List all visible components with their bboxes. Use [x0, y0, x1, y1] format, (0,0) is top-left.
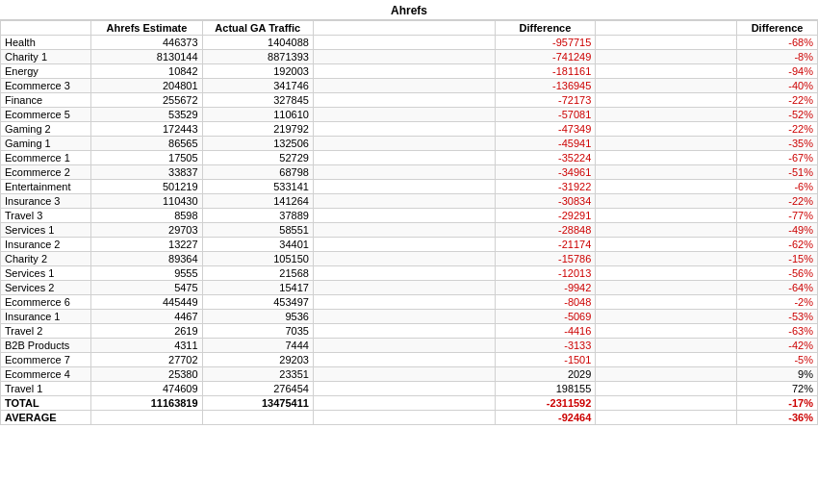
row-blank1: [313, 93, 495, 108]
row-actual: 7444: [202, 339, 313, 353]
empty-header: [1, 21, 91, 36]
row-name: Health: [1, 36, 91, 50]
row-actual: 52729: [202, 151, 313, 165]
row-name: Insurance 1: [1, 310, 91, 324]
row-blank2: [596, 209, 737, 223]
row-diff-pct: -68%: [737, 36, 818, 50]
row-blank2: [596, 295, 737, 310]
row-actual: 132506: [202, 137, 313, 151]
row-blank2: [596, 79, 737, 93]
row-blank2: [596, 353, 737, 367]
row-blank2: [596, 266, 737, 281]
row-blank2: [596, 310, 737, 324]
row-actual: 110610: [202, 108, 313, 122]
row-ahrefs: 8598: [91, 209, 202, 223]
table-row: Charity 1 8130144 8871393 -741249 -8%: [1, 50, 818, 64]
row-blank1: [313, 50, 495, 64]
row-name: Services 1: [1, 266, 91, 281]
table-row: Ecommerce 1 17505 52729 -35224 -67%: [1, 151, 818, 165]
row-actual: 141264: [202, 194, 313, 209]
table-row: Ecommerce 2 33837 68798 -34961 -51%: [1, 165, 818, 180]
table-row: Services 1 9555 21568 -12013 -56%: [1, 266, 818, 281]
row-name: Insurance 2: [1, 238, 91, 252]
row-diff-abs: -957715: [495, 36, 596, 50]
row-blank1: [313, 295, 495, 310]
row-blank2: [596, 382, 737, 396]
row-diff-pct: -2%: [737, 295, 818, 310]
table-row: Ecommerce 4 25380 23351 2029 9%: [1, 367, 818, 382]
row-actual: 533141: [202, 180, 313, 194]
row-blank2: [596, 151, 737, 165]
row-diff-abs: -1501: [495, 353, 596, 367]
row-blank2: [596, 108, 737, 122]
row-name: Travel 3: [1, 209, 91, 223]
row-name: Ecommerce 6: [1, 295, 91, 310]
row-diff-abs: -3133: [495, 339, 596, 353]
table-row: Travel 1 474609 276454 198155 72%: [1, 382, 818, 396]
row-blank1: [313, 281, 495, 295]
row-actual: 37889: [202, 209, 313, 223]
row-actual: 58551: [202, 223, 313, 238]
row-diff-pct: -35%: [737, 137, 818, 151]
row-diff-pct: -53%: [737, 310, 818, 324]
table-row: Entertainment 501219 533141 -31922 -6%: [1, 180, 818, 194]
table-row: Finance 255672 327845 -72173 -22%: [1, 93, 818, 108]
row-blank1: [313, 324, 495, 339]
row-diff-abs: -35224: [495, 151, 596, 165]
row-blank1: [313, 209, 495, 223]
row-diff-pct: -64%: [737, 281, 818, 295]
row-diff-abs: -47349: [495, 122, 596, 137]
row-diff-abs: -45941: [495, 137, 596, 151]
row-ahrefs: 446373: [91, 36, 202, 50]
row-actual: 327845: [202, 93, 313, 108]
row-diff-pct: -56%: [737, 266, 818, 281]
average-diff-abs: -92464: [495, 411, 596, 425]
row-actual: 219792: [202, 122, 313, 137]
row-name: Energy: [1, 64, 91, 79]
total-actual: 13475411: [202, 396, 313, 411]
difference-header-2: Difference: [737, 21, 818, 36]
row-diff-pct: -63%: [737, 324, 818, 339]
row-blank1: [313, 79, 495, 93]
row-name: Ecommerce 4: [1, 367, 91, 382]
row-diff-pct: -49%: [737, 223, 818, 238]
table-row: Gaming 1 86565 132506 -45941 -35%: [1, 137, 818, 151]
row-blank1: [313, 151, 495, 165]
row-diff-abs: -136945: [495, 79, 596, 93]
ahrefs-estimate-header: Ahrefs Estimate: [91, 21, 202, 36]
row-ahrefs: 27702: [91, 353, 202, 367]
row-ahrefs: 2619: [91, 324, 202, 339]
row-diff-abs: -181161: [495, 64, 596, 79]
row-diff-abs: -57081: [495, 108, 596, 122]
row-ahrefs: 474609: [91, 382, 202, 396]
row-ahrefs: 204801: [91, 79, 202, 93]
row-ahrefs: 4311: [91, 339, 202, 353]
data-table: Ahrefs Estimate Actual GA Traffic Differ…: [0, 20, 818, 425]
row-blank1: [313, 266, 495, 281]
row-name: Charity 1: [1, 50, 91, 64]
average-actual: [202, 411, 313, 425]
total-row: TOTAL 11163819 13475411 -2311592 -17%: [1, 396, 818, 411]
row-ahrefs: 5475: [91, 281, 202, 295]
total-label: TOTAL: [1, 396, 91, 411]
row-diff-abs: -28848: [495, 223, 596, 238]
row-diff-pct: -42%: [737, 339, 818, 353]
average-blank2: [596, 411, 737, 425]
row-blank2: [596, 339, 737, 353]
table-row: Charity 2 89364 105150 -15786 -15%: [1, 252, 818, 266]
row-diff-abs: -31922: [495, 180, 596, 194]
row-blank2: [596, 64, 737, 79]
row-name: Insurance 3: [1, 194, 91, 209]
row-blank1: [313, 367, 495, 382]
row-ahrefs: 25380: [91, 367, 202, 382]
row-name: Services 2: [1, 281, 91, 295]
table-row: Insurance 1 4467 9536 -5069 -53%: [1, 310, 818, 324]
row-diff-abs: -21174: [495, 238, 596, 252]
row-diff-pct: -6%: [737, 180, 818, 194]
table-row: Ecommerce 7 27702 29203 -1501 -5%: [1, 353, 818, 367]
row-diff-pct: -22%: [737, 122, 818, 137]
row-ahrefs: 9555: [91, 266, 202, 281]
table-row: Ecommerce 5 53529 110610 -57081 -52%: [1, 108, 818, 122]
row-blank1: [313, 238, 495, 252]
table-row: Travel 3 8598 37889 -29291 -77%: [1, 209, 818, 223]
